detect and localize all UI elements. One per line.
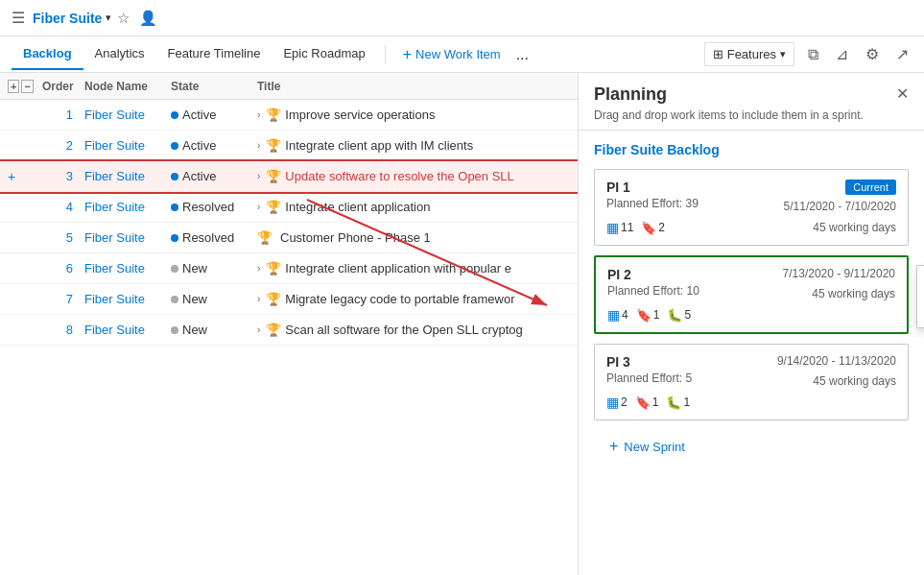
state-label: New — [182, 292, 207, 306]
sprint-name: PI 3 — [606, 354, 630, 370]
row-expand-icon[interactable]: › — [257, 109, 260, 120]
row-title: › 🏆 Integrate client app with IM clients — [257, 138, 570, 153]
collapse-all-icon[interactable]: − — [21, 80, 33, 93]
row-expand-icon[interactable]: › — [257, 171, 260, 181]
panel-subtitle: Drag and drop work items to include them… — [594, 108, 909, 122]
trophy-icon: 🏆 — [266, 138, 281, 153]
close-icon[interactable]: ✕ — [896, 84, 909, 103]
expand-all-icon[interactable]: + — [8, 80, 19, 93]
more-button[interactable]: ... — [510, 42, 534, 67]
icon-count-stories: 🔖 1 — [635, 395, 659, 410]
add-row-icon[interactable]: + — [8, 169, 15, 184]
main-layout: + − Order Node Name State Title 1 Fiber … — [0, 73, 924, 575]
row-title-text: Integrate client app with IM clients — [285, 138, 473, 153]
row-title-text: Integrate client application with popula… — [285, 261, 511, 276]
state-dot — [171, 142, 178, 150]
row-title: 🏆 Customer Phone - Phase 1 — [257, 230, 570, 245]
row-state: Resolved — [171, 200, 257, 214]
sprint-card-pi2[interactable]: PI 2 7/13/2020 - 9/11/2020 Planned Effor… — [594, 255, 909, 334]
row-expand-icon[interactable]: › — [257, 294, 260, 304]
row-expand-icon[interactable]: › — [257, 263, 260, 274]
table-row[interactable]: 1 Fiber Suite Active › 🏆 Improve service… — [0, 100, 578, 131]
sprint-name: PI 1 — [606, 180, 630, 195]
working-days: 45 working days — [812, 287, 895, 300]
sprint-name: PI 2 — [607, 267, 631, 282]
hamburger-icon[interactable]: ☰ — [12, 9, 25, 27]
trophy-icon: 🏆 — [257, 230, 272, 245]
row-expand-icon[interactable]: › — [257, 140, 260, 151]
table-row[interactable]: 8 Fiber Suite New › 🏆 Scan all software … — [0, 315, 578, 346]
table-row[interactable]: 2 Fiber Suite Active › 🏆 Integrate clien… — [0, 131, 578, 161]
table-row-highlighted[interactable]: + 3 Fiber Suite Active › 🏆 Update softwa… — [0, 161, 578, 192]
row-state: Resolved — [171, 230, 257, 245]
sprint-effort: Planned Effort: 5 — [606, 371, 692, 385]
features-chevron-icon: ▾ — [780, 48, 786, 60]
table-row[interactable]: 7 Fiber Suite New › 🏆 Migrate legacy cod… — [0, 284, 578, 315]
row-state: Active — [171, 108, 257, 122]
row-state: New — [171, 323, 257, 337]
tab-epic-roadmap[interactable]: Epic Roadmap — [272, 38, 376, 70]
chevron-down-icon[interactable]: ▾ — [106, 12, 111, 24]
row-title: › 🏆 Scan all software for the Open SLL c… — [257, 323, 570, 337]
table-row[interactable]: 5 Fiber Suite Resolved 🏆 Customer Phone … — [0, 223, 578, 253]
panel-header-top: Planning ✕ — [594, 84, 909, 105]
row-title: › 🏆 Improve service operations — [257, 108, 570, 122]
state-dot — [171, 296, 178, 303]
stories-icon: 🔖 — [636, 308, 652, 323]
trophy-icon: 🏆 — [266, 261, 281, 276]
expand-icon[interactable]: ↗ — [892, 43, 912, 65]
row-expand-icon[interactable]: › — [257, 324, 260, 335]
row-add-control[interactable]: + — [8, 169, 42, 184]
favorite-icon[interactable]: ☆ — [117, 10, 130, 27]
tab-backlog[interactable]: Backlog — [12, 38, 83, 70]
table-header: + − Order Node Name State Title — [0, 73, 578, 100]
features-button[interactable]: ⊞ Features ▾ — [704, 42, 794, 66]
bugs-count: 1 — [683, 395, 690, 409]
state-dot — [171, 204, 178, 211]
table-row[interactable]: 4 Fiber Suite Resolved › 🏆 Integrate cli… — [0, 192, 578, 223]
row-order: 2 — [42, 138, 84, 153]
stories-count: 1 — [652, 395, 659, 409]
tasks-count: 2 — [621, 395, 628, 409]
sprint-dates: 7/13/2020 - 9/11/2020 — [783, 267, 895, 280]
row-node: Fiber Suite — [84, 230, 171, 245]
sliders-icon[interactable]: ⧉ — [804, 44, 822, 65]
new-work-label: New Work Item — [415, 47, 501, 61]
icon-count-stories: 🔖 1 — [636, 308, 660, 323]
row-order: 5 — [42, 230, 84, 245]
sprint-card-pi3[interactable]: PI 3 9/14/2020 - 11/13/2020 Planned Effo… — [594, 344, 909, 420]
nav-tabs: Backlog Analytics Feature Timeline Epic … — [0, 36, 924, 73]
tab-feature-timeline[interactable]: Feature Timeline — [156, 38, 272, 70]
row-state: New — [171, 292, 257, 306]
state-label: Resolved — [182, 230, 234, 245]
working-days: 45 working days — [813, 221, 896, 234]
row-title: › 🏆 Integrate client application with po… — [257, 261, 570, 276]
new-work-item-button[interactable]: + New Work Item — [393, 42, 510, 67]
settings-icon[interactable]: ⚙ — [862, 43, 883, 65]
sprint-icons: ▦ 4 🔖 1 🐛 5 — [607, 307, 691, 323]
row-title-text: Scan all software for the Open SLL crypt… — [285, 323, 522, 337]
new-sprint-label: New Sprint — [624, 440, 685, 454]
col-node-header: Node Name — [84, 80, 171, 93]
tab-analytics[interactable]: Analytics — [83, 38, 156, 70]
row-expand-icon[interactable]: › — [257, 202, 260, 212]
state-label: Resolved — [182, 200, 234, 214]
trophy-icon: 🏆 — [266, 200, 281, 214]
filter-icon[interactable]: ⊿ — [832, 43, 852, 65]
icon-count-tasks: ▦ 2 — [606, 395, 628, 410]
table-row[interactable]: 6 Fiber Suite New › 🏆 Integrate client a… — [0, 253, 578, 284]
row-title-text: Customer Phone - Phase 1 — [280, 230, 431, 245]
trophy-icon: 🏆 — [266, 108, 281, 122]
stories-count: 2 — [658, 221, 665, 234]
row-order: 1 — [42, 108, 84, 122]
col-state-header: State — [171, 80, 257, 93]
nav-right: ⊞ Features ▾ ⧉ ⊿ ⚙ ↗ — [704, 42, 912, 66]
sprint-card-pi1[interactable]: PI 1 Current Planned Effort: 39 5/11/202… — [594, 169, 909, 246]
state-dot — [171, 265, 178, 273]
new-sprint-button[interactable]: + New Sprint — [594, 430, 909, 463]
icon-count-bugs: 🐛 1 — [666, 395, 690, 410]
features-label: Features — [727, 47, 776, 61]
row-title: › 🏆 Integrate client application — [257, 200, 570, 214]
state-label: Active — [182, 138, 216, 153]
person-icon[interactable]: 👤 — [139, 10, 157, 27]
